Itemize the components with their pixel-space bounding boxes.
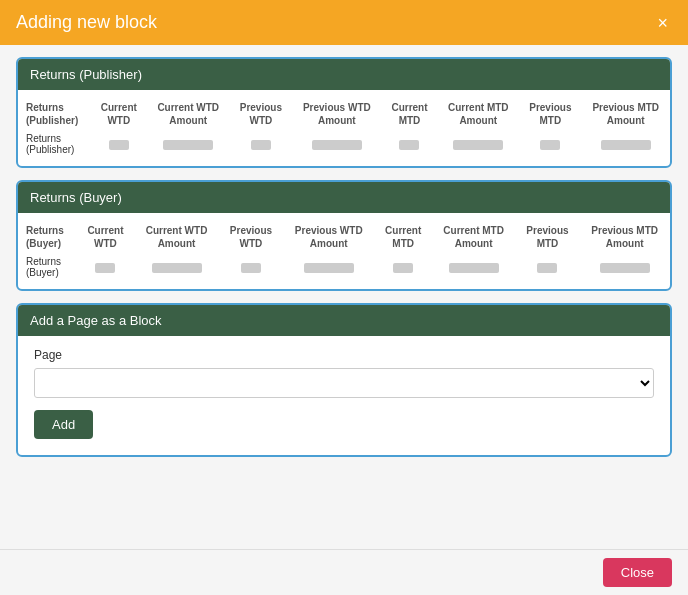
buyer-col-name: Returns(Buyer) [18,221,77,253]
pub-val-2 [147,130,230,158]
pub-col-name: Returns(Publisher) [18,98,91,130]
page-label: Page [34,348,654,362]
pub-col-current-mtd: CurrentMTD [382,98,438,130]
buyer-val-5 [375,253,432,281]
buyer-table-row: Returns(Buyer) [18,253,670,281]
buyer-val-7 [516,253,580,281]
buyer-col-current-mtd: CurrentMTD [375,221,432,253]
buyer-col-previous-wtd-amount: Previous WTDAmount [283,221,375,253]
buyer-col-previous-mtd: PreviousMTD [516,221,580,253]
pub-col-previous-wtd-amount: Previous WTDAmount [292,98,382,130]
publisher-table: Returns(Publisher) CurrentWTD Current WT… [18,98,670,158]
buyer-val-3 [219,253,283,281]
page-block-header: Add a Page as a Block [18,305,670,336]
buyer-val-6 [432,253,516,281]
buyer-col-previous-wtd: PreviousWTD [219,221,283,253]
buyer-val-1 [77,253,134,281]
buyer-col-current-mtd-amount: Current MTDAmount [432,221,516,253]
buyer-section-header: Returns (Buyer) [18,182,670,213]
pub-col-current-wtd: CurrentWTD [91,98,147,130]
publisher-table-row: Returns(Publisher) [18,130,670,158]
modal-title: Adding new block [16,12,157,33]
publisher-section-header: Returns (Publisher) [18,59,670,90]
publisher-returns-section: Returns (Publisher) Returns(Publisher) C… [16,57,672,168]
modal-header: Adding new block × [0,0,688,45]
pub-val-6 [437,130,519,158]
pub-val-5 [382,130,438,158]
pub-val-4 [292,130,382,158]
buyer-table-wrapper: Returns(Buyer) CurrentWTD Current WTDAmo… [18,213,670,289]
publisher-table-wrapper: Returns(Publisher) CurrentWTD Current WT… [18,90,670,166]
buyer-val-8 [579,253,670,281]
add-button[interactable]: Add [34,410,93,439]
buyer-row-name: Returns(Buyer) [18,253,77,281]
pub-col-current-mtd-amount: Current MTDAmount [437,98,519,130]
buyer-col-current-wtd-amount: Current WTDAmount [134,221,219,253]
modal-footer: Close [0,549,688,595]
buyer-col-current-wtd: CurrentWTD [77,221,134,253]
buyer-col-previous-mtd-amount: Previous MTDAmount [579,221,670,253]
buyer-table: Returns(Buyer) CurrentWTD Current WTDAmo… [18,221,670,281]
pub-val-7 [519,130,581,158]
buyer-val-4 [283,253,375,281]
pub-val-1 [91,130,147,158]
pub-col-current-wtd-amount: Current WTDAmount [147,98,230,130]
pub-row-name: Returns(Publisher) [18,130,91,158]
page-block-section: Add a Page as a Block Page Add [16,303,672,457]
pub-col-previous-wtd: PreviousWTD [230,98,292,130]
buyer-returns-section: Returns (Buyer) Returns(Buyer) CurrentWT… [16,180,672,291]
pub-col-previous-mtd: PreviousMTD [519,98,581,130]
page-select[interactable] [34,368,654,398]
buyer-val-2 [134,253,219,281]
pub-val-3 [230,130,292,158]
modal-body: Returns (Publisher) Returns(Publisher) C… [0,45,688,549]
close-x-button[interactable]: × [653,14,672,32]
page-block-body: Page Add [18,336,670,455]
pub-val-8 [582,130,671,158]
close-button[interactable]: Close [603,558,672,587]
pub-col-previous-mtd-amount: Previous MTDAmount [582,98,671,130]
